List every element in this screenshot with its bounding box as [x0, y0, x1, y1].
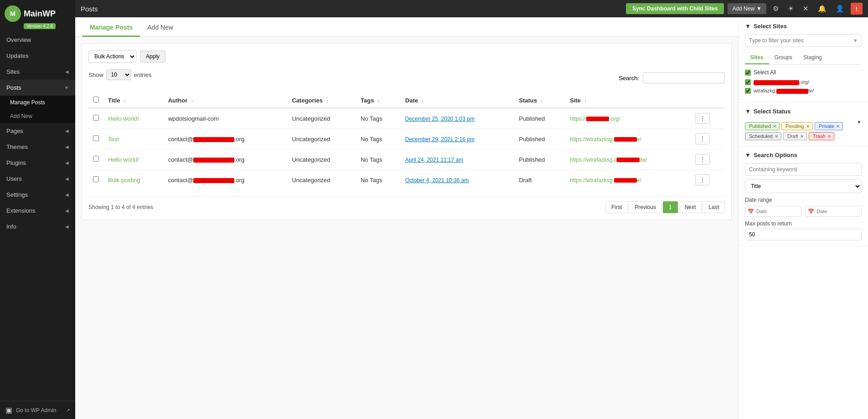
sidebar-item-settings[interactable]: Settings ◀: [0, 187, 75, 203]
remove-draft-icon[interactable]: ✕: [800, 134, 804, 139]
status-tag-draft[interactable]: Draft ✕: [783, 132, 807, 140]
remove-private-icon[interactable]: ✕: [836, 124, 840, 129]
bulk-actions-select[interactable]: Bulk Actions: [88, 50, 136, 63]
col-date[interactable]: Date ↕: [401, 93, 514, 108]
sidebar-item-plugins[interactable]: Plugins ◀: [0, 155, 75, 171]
sidebar-item-manage-posts[interactable]: Manage Posts: [0, 96, 75, 109]
sidebar-item-overview[interactable]: Overview: [0, 32, 75, 48]
sidebar-item-extensions[interactable]: Extensions ◀: [0, 203, 75, 219]
alert-icon[interactable]: !: [851, 3, 863, 15]
row-checkbox-cell-2[interactable]: [88, 149, 103, 170]
previous-page-button[interactable]: Previous: [629, 201, 662, 213]
settings-icon[interactable]: ⚙: [770, 3, 781, 15]
post-link-1[interactable]: Test: [108, 136, 119, 143]
row-actions-1[interactable]: ⋮: [691, 129, 725, 149]
tab-add-new[interactable]: Add New: [140, 17, 181, 37]
first-page-button[interactable]: First: [605, 201, 628, 213]
sidebar-item-users[interactable]: Users ◀: [0, 171, 75, 187]
date-link-1[interactable]: December 29, 2021 2:16 pm: [405, 136, 475, 143]
site-1-checkbox[interactable]: [745, 79, 751, 85]
sidebar-item-info[interactable]: Info ◀: [0, 219, 75, 235]
entries-select[interactable]: 10 25 50 100: [106, 69, 131, 80]
sidebar-item-pages[interactable]: Pages ◀: [0, 123, 75, 139]
select-all-checkbox[interactable]: [93, 97, 99, 102]
post-link-2[interactable]: Hello world!: [108, 156, 139, 163]
row-status-3: Draft: [514, 170, 565, 190]
status-tag-private[interactable]: Private ✕: [815, 122, 843, 130]
status-tag-pending[interactable]: Pending ✕: [781, 122, 812, 130]
next-page-button[interactable]: Next: [679, 201, 702, 213]
sidebar-item-add-new-post[interactable]: Add New: [0, 109, 75, 123]
col-author[interactable]: Author ↕: [164, 93, 288, 108]
keyword-input[interactable]: [745, 163, 862, 176]
sites-tab-groups[interactable]: Groups: [769, 51, 798, 64]
search-options-title[interactable]: ▼ Search Options: [745, 152, 862, 158]
row-action-button-3[interactable]: ⋮: [695, 174, 710, 185]
row-action-button-2[interactable]: ⋮: [695, 154, 710, 165]
sidebar-item-themes[interactable]: Themes ◀: [0, 139, 75, 155]
sync-dashboard-button[interactable]: Sync Dashboard with Child Sites: [626, 3, 724, 14]
status-tag-published[interactable]: Published ✕: [745, 122, 780, 130]
row-actions-0[interactable]: ⋮: [691, 108, 725, 129]
site-2-checkbox[interactable]: [745, 88, 751, 94]
bell-icon[interactable]: 🔔: [815, 3, 829, 15]
select-status-title[interactable]: ▼ Select Status: [745, 108, 862, 115]
remove-published-icon[interactable]: ✕: [773, 124, 776, 129]
sidebar-item-updates[interactable]: Updates: [0, 48, 75, 64]
col-site[interactable]: Site ↕: [565, 93, 691, 108]
post-link-3[interactable]: Bulk posting: [108, 177, 140, 184]
apply-button[interactable]: Apply: [140, 51, 165, 62]
site-filter-input[interactable]: [745, 34, 862, 47]
site-link-2[interactable]: https://wtrafazksg.dite/: [570, 157, 647, 163]
site-link-1[interactable]: https://wtrafazksg.e/: [570, 136, 641, 143]
max-posts-input[interactable]: [745, 229, 862, 240]
chevron-right-icon: ◀: [65, 160, 69, 165]
col-tags[interactable]: Tags ↕: [356, 93, 401, 108]
site-link-0[interactable]: https://.org/: [570, 116, 620, 122]
col-categories[interactable]: Categories ↕: [287, 93, 356, 108]
globe-icon[interactable]: ☀: [785, 3, 796, 15]
select-sites-title[interactable]: ▼ Select Sites: [745, 23, 862, 30]
go-to-wp-admin[interactable]: ▣ Go to WP Admin ↗: [0, 401, 75, 419]
status-dropdown-arrow[interactable]: ▼: [857, 119, 862, 125]
row-checkbox-2[interactable]: [93, 156, 99, 162]
remove-pending-icon[interactable]: ✕: [806, 124, 810, 129]
status-tag-scheduled[interactable]: Scheduled ✕: [745, 132, 781, 140]
add-new-button[interactable]: Add New ▼: [728, 3, 766, 14]
remove-trash-icon[interactable]: ✕: [827, 134, 831, 139]
row-checkbox-cell-0[interactable]: [88, 108, 103, 129]
sidebar-item-posts[interactable]: Posts ▼: [0, 80, 75, 96]
date-link-2[interactable]: April 24, 2021 11:17 am: [405, 157, 463, 163]
last-page-button[interactable]: Last: [703, 201, 725, 213]
date-link-0[interactable]: December 25, 2020 1:03 pm: [405, 116, 475, 122]
chevron-right-icon: ◀: [65, 224, 69, 229]
tab-manage-posts[interactable]: Manage Posts: [83, 17, 140, 37]
status-tag-trash[interactable]: Trash ✕: [809, 132, 834, 140]
post-link-0[interactable]: Hello world!: [108, 115, 139, 122]
sidebar-item-sites[interactable]: Sites ◀: [0, 64, 75, 80]
row-checkbox-1[interactable]: [93, 135, 99, 141]
col-title[interactable]: Title ↕: [103, 93, 164, 108]
site-link-3[interactable]: https://wtrafazksg.e/: [570, 177, 641, 184]
row-checkbox-cell-3[interactable]: [88, 170, 103, 190]
row-action-button-0[interactable]: ⋮: [695, 113, 710, 124]
row-checkbox-0[interactable]: [93, 115, 99, 121]
row-actions-3[interactable]: ⋮: [691, 170, 725, 190]
date-link-3[interactable]: October 4, 2021 10:36 am: [405, 177, 469, 184]
sites-tab-staging[interactable]: Staging: [798, 51, 827, 64]
close-icon[interactable]: ✕: [800, 3, 811, 15]
select-all-checkbox-col[interactable]: [88, 93, 103, 108]
search-input[interactable]: [643, 72, 725, 83]
select-all-sites-checkbox[interactable]: [745, 70, 751, 76]
remove-scheduled-icon[interactable]: ✕: [775, 134, 778, 139]
current-page-button[interactable]: 1: [663, 201, 678, 213]
search-in-select[interactable]: Title Content Excerpt: [745, 179, 862, 193]
row-actions-2[interactable]: ⋮: [691, 149, 725, 170]
user-icon[interactable]: 👤: [833, 3, 847, 15]
row-checkbox-cell-1[interactable]: [88, 129, 103, 149]
sites-tab-sites[interactable]: Sites: [745, 51, 769, 64]
row-checkbox-3[interactable]: [93, 176, 99, 182]
chevron-right-icon: ◀: [65, 176, 69, 181]
col-status[interactable]: Status ↕: [514, 93, 565, 108]
row-action-button-1[interactable]: ⋮: [695, 133, 710, 144]
